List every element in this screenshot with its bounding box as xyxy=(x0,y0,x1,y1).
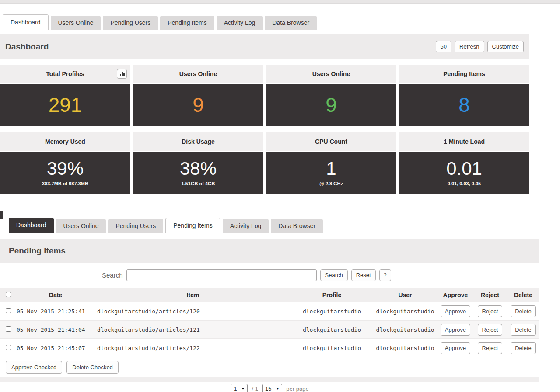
tile-1-minute-load: 1 Minute Load 0.01 0.01, 0.03, 0.05 xyxy=(399,132,529,194)
tile-subtext: 383.7MB of 987.3MB xyxy=(42,181,88,186)
cell-profile: dlockguitarstudio xyxy=(291,326,372,333)
dashboard-toolbar: 50 Refresh Customize xyxy=(436,41,524,52)
cell-item: dlockguitarstudio/articles/122 xyxy=(94,345,291,351)
tab-pending-users[interactable]: Pending Users xyxy=(108,219,163,233)
row-checkbox[interactable] xyxy=(6,326,11,332)
select-all-checkbox[interactable] xyxy=(6,292,11,297)
refresh-button[interactable]: Refresh xyxy=(455,41,484,52)
browser-top-strip xyxy=(0,0,560,4)
search-row: Search Search Reset ? xyxy=(0,269,539,281)
reject-button[interactable]: Reject xyxy=(478,324,503,336)
per-page-select-value: 15 xyxy=(265,385,271,392)
delete-button[interactable]: Delete xyxy=(511,324,536,336)
tile-value: 291 xyxy=(49,95,82,115)
cell-date: 05 Nov 2015 21:41:04 xyxy=(17,326,94,333)
delete-button[interactable]: Delete xyxy=(511,342,536,354)
per-page-select[interactable]: 15 ▼ xyxy=(262,384,282,392)
tile-disk-usage: Disk Usage 38% 1.51GB of 4GB xyxy=(133,132,263,194)
search-input[interactable] xyxy=(126,269,317,281)
page-title: Dashboard xyxy=(5,42,49,52)
table-header-row: Date Item Profile User Approve Reject De… xyxy=(0,288,539,302)
per-page-label: per page xyxy=(286,385,308,392)
tile-label: Total Profiles xyxy=(46,70,84,77)
approve-checked-button[interactable]: Approve Checked xyxy=(6,361,62,374)
tile-users-online-1: Users Online 9 xyxy=(133,65,263,126)
tile-value: 9 xyxy=(326,95,337,115)
page-select-value: 1 xyxy=(234,385,237,392)
tile-value: 1 xyxy=(326,160,336,178)
cell-date: 05 Nov 2015 21:25:41 xyxy=(17,308,94,315)
tab-data-browser[interactable]: Data Browser xyxy=(265,16,317,30)
pending-items-header-band: Pending Items xyxy=(0,239,539,263)
tile-subtext: @ 2.8 GHz xyxy=(319,181,343,186)
tile-memory-used: Memory Used 39% 383.7MB of 987.3MB xyxy=(0,132,130,194)
help-button[interactable]: ? xyxy=(379,269,391,281)
bar-chart-icon[interactable] xyxy=(117,69,127,79)
approve-button[interactable]: Approve xyxy=(441,342,470,354)
tab-data-browser[interactable]: Data Browser xyxy=(271,219,323,233)
tab-users-online[interactable]: Users Online xyxy=(56,219,106,233)
reset-button[interactable]: Reset xyxy=(351,269,376,281)
tile-value: 8 xyxy=(458,95,470,115)
cell-profile: dlockguitarstudio xyxy=(291,308,372,315)
count-button[interactable]: 50 xyxy=(436,41,452,52)
cell-profile: dlockguitarstudio xyxy=(291,345,372,351)
tile-label: Disk Usage xyxy=(182,138,214,145)
reject-button[interactable]: Reject xyxy=(478,305,503,317)
cell-user: dlockguitarstudio xyxy=(372,308,438,315)
tile-label: CPU Count xyxy=(315,138,347,145)
tab-bar-bottom: Dashboard Users Online Pending Users Pen… xyxy=(0,217,539,233)
tab-users-online[interactable]: Users Online xyxy=(51,16,101,30)
reject-button[interactable]: Reject xyxy=(478,342,503,354)
cell-user: dlockguitarstudio xyxy=(372,326,438,333)
tab-activity-log[interactable]: Activity Log xyxy=(217,16,263,30)
tab-pending-users[interactable]: Pending Users xyxy=(103,16,158,30)
row-checkbox[interactable] xyxy=(6,308,11,313)
tile-users-online-2: Users Online 9 xyxy=(266,65,396,126)
tile-value: 0.01 xyxy=(446,160,482,178)
page-select[interactable]: 1 ▼ xyxy=(231,384,248,392)
metric-tiles-row1: Total Profiles 291 Users Online 9 xyxy=(0,65,529,126)
tab-dashboard[interactable]: Dashboard xyxy=(3,14,49,30)
tile-value: 9 xyxy=(192,95,204,115)
tile-pending-items: Pending Items 8 xyxy=(399,65,529,126)
table-row: 05 Nov 2015 21:25:41 dlockguitarstudio/a… xyxy=(0,302,539,321)
row-checkbox[interactable] xyxy=(6,345,11,350)
tab-pending-items[interactable]: Pending Items xyxy=(165,218,220,233)
tile-label: Pending Items xyxy=(443,70,485,77)
col-date: Date xyxy=(17,291,94,298)
table-footer-band xyxy=(0,377,539,382)
tile-value: 39% xyxy=(47,160,84,178)
tile-value: 38% xyxy=(180,160,217,178)
tab-pending-items[interactable]: Pending Items xyxy=(160,16,214,30)
col-user: User xyxy=(372,291,438,298)
page-title: Pending Items xyxy=(9,246,66,256)
col-profile: Profile xyxy=(291,291,372,298)
dashboard-header-band: Dashboard 50 Refresh Customize xyxy=(0,34,529,59)
tile-label: 1 Minute Load xyxy=(444,138,485,145)
dashboard-panel: Dashboard Users Online Pending Users Pen… xyxy=(0,14,560,194)
tile-label: Users Online xyxy=(312,70,350,77)
cell-date: 05 Nov 2015 21:45:07 xyxy=(17,345,94,351)
cell-user: dlockguitarstudio xyxy=(372,345,438,351)
page-of-label: / 1 xyxy=(252,385,258,392)
delete-checked-button[interactable]: Delete Checked xyxy=(66,361,119,374)
customize-button[interactable]: Customize xyxy=(487,41,524,52)
tile-label: Users Online xyxy=(179,70,217,77)
tab-activity-log[interactable]: Activity Log xyxy=(223,219,269,233)
cell-item: dlockguitarstudio/articles/120 xyxy=(94,308,291,315)
pagination: 1 ▼ / 1 15 ▼ per page xyxy=(0,384,539,392)
delete-button[interactable]: Delete xyxy=(511,305,536,317)
tile-total-profiles: Total Profiles 291 xyxy=(0,65,130,126)
tile-subtext: 1.51GB of 4GB xyxy=(181,181,215,186)
search-label: Search xyxy=(102,271,123,279)
col-item: Item xyxy=(94,291,291,298)
cell-item: dlockguitarstudio/articles/121 xyxy=(94,326,291,333)
tile-cpu-count: CPU Count 1 @ 2.8 GHz xyxy=(266,132,396,194)
tab-dashboard[interactable]: Dashboard xyxy=(9,218,54,233)
table-row: 05 Nov 2015 21:41:04 dlockguitarstudio/a… xyxy=(0,321,539,339)
approve-button[interactable]: Approve xyxy=(441,324,470,336)
approve-button[interactable]: Approve xyxy=(441,305,470,317)
col-approve: Approve xyxy=(438,291,473,298)
search-button[interactable]: Search xyxy=(320,269,348,281)
